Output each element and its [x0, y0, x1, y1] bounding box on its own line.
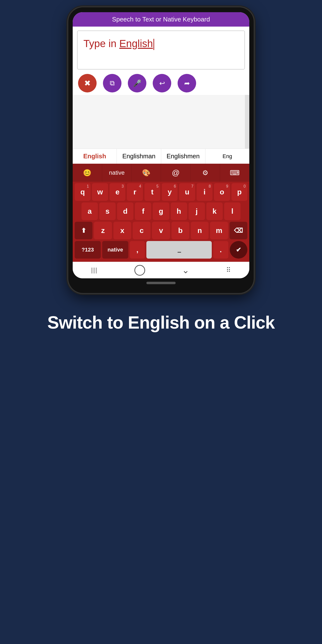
key-b[interactable]: b — [172, 222, 189, 239]
phone-wrapper: Speech to Text or Native Keyboard Type i… — [66, 7, 256, 293]
text-cursor — [154, 39, 154, 50]
top-bar: Speech to Text or Native Keyboard — [73, 12, 249, 26]
at-button[interactable]: @ — [161, 164, 190, 182]
keyboard-area: q1 w e3 r4 t5 y6 u7 i8 o9 p0 a s d f — [73, 182, 249, 262]
recents-nav-icon[interactable]: ⌄ — [182, 265, 189, 276]
key-o[interactable]: o9 — [214, 183, 230, 201]
suggestion-englishman[interactable]: Englishman — [117, 149, 161, 164]
palette-button[interactable]: 🎨 — [132, 164, 161, 182]
key-d[interactable]: d — [117, 202, 134, 220]
home-pill — [146, 282, 176, 284]
key-s[interactable]: s — [99, 202, 116, 220]
key-x[interactable]: x — [114, 222, 131, 239]
key-r[interactable]: r4 — [127, 183, 143, 201]
native-tab-button[interactable]: native — [102, 164, 132, 182]
keyboard-top-row: 😊 native 🎨 @ ⚙ ⌨ — [73, 164, 249, 182]
key-k[interactable]: k — [206, 202, 223, 220]
key-p[interactable]: p0 — [232, 183, 247, 201]
back-nav-icon[interactable]: ||| — [91, 266, 98, 274]
bottom-nav-bar: ||| ⌄ ⠿ — [73, 262, 249, 278]
period-key[interactable]: . — [213, 241, 228, 258]
key-i[interactable]: i8 — [196, 183, 212, 201]
phone-screen: Speech to Text or Native Keyboard Type i… — [73, 12, 249, 278]
key-w[interactable]: w — [92, 183, 108, 201]
key-j[interactable]: j — [188, 202, 205, 220]
num-mode-key[interactable]: ?123 — [75, 241, 101, 258]
native-key[interactable]: native — [102, 241, 128, 258]
text-input-content: Type in English — [84, 38, 238, 50]
grid-nav-icon[interactable]: ⠿ — [226, 266, 231, 274]
text-input-area[interactable]: Type in English — [77, 30, 245, 70]
top-bar-title: Speech to Text or Native Keyboard — [78, 16, 244, 23]
suggestions-bar: English Englishman Englishmen Eng — [73, 148, 249, 164]
key-h[interactable]: h — [171, 202, 187, 220]
keyboard-row-4: ?123 native , ⎯ . ✔ — [75, 241, 247, 258]
space-key[interactable]: ⎯ — [146, 241, 212, 258]
keyboard-switch-button[interactable]: ⌨ — [220, 164, 249, 182]
shift-key[interactable]: ⬆ — [75, 222, 92, 239]
key-v[interactable]: v — [152, 222, 170, 239]
key-f[interactable]: f — [135, 202, 151, 220]
home-button-area — [73, 278, 249, 286]
suggestion-english[interactable]: English — [73, 149, 117, 164]
key-n[interactable]: n — [191, 222, 208, 239]
language-highlight: English — [119, 38, 153, 49]
comma-key[interactable]: , — [130, 241, 145, 258]
key-c[interactable]: c — [133, 222, 150, 239]
bottom-text-section: Switch to English on a Click — [0, 293, 322, 333]
keyboard-row-2: a s d f g h j k l — [75, 202, 247, 220]
key-g[interactable]: g — [153, 202, 169, 220]
action-icons-row: ✖ ⧉ 🎤 ↩ ➦ — [73, 70, 249, 95]
key-t[interactable]: t5 — [144, 183, 160, 201]
backspace-key[interactable]: ⌫ — [230, 222, 247, 239]
keyboard-row-1: q1 w e3 r4 t5 y6 u7 i8 o9 p0 — [75, 183, 247, 201]
copy-button[interactable]: ⧉ — [103, 74, 122, 92]
spacer-area — [73, 95, 249, 148]
type-in-prefix: Type in — [84, 38, 119, 49]
key-u[interactable]: u7 — [179, 183, 195, 201]
emoji-button[interactable]: 😊 — [73, 164, 102, 182]
key-q[interactable]: q1 — [75, 183, 90, 201]
mic-button[interactable]: 🎤 — [128, 74, 146, 92]
scrollbar[interactable] — [245, 95, 249, 148]
share-button[interactable]: ➦ — [178, 74, 196, 92]
suggestion-englishmen[interactable]: Englishmen — [161, 149, 206, 164]
key-z[interactable]: z — [94, 222, 112, 239]
phone-frame: Speech to Text or Native Keyboard Type i… — [68, 7, 254, 293]
keyboard-row-3: ⬆ z x c v b n m ⌫ — [75, 222, 247, 239]
bottom-heading: Switch to English on a Click — [15, 312, 307, 333]
key-a[interactable]: a — [82, 202, 98, 220]
key-y[interactable]: y6 — [162, 183, 178, 201]
undo-button[interactable]: ↩ — [153, 74, 171, 92]
enter-key[interactable]: ✔ — [230, 241, 247, 258]
home-nav-icon[interactable] — [134, 265, 145, 276]
key-e[interactable]: e3 — [110, 183, 126, 201]
suggestion-eng[interactable]: Eng — [206, 149, 249, 164]
delete-button[interactable]: ✖ — [78, 74, 96, 92]
key-m[interactable]: m — [210, 222, 228, 239]
settings-button[interactable]: ⚙ — [190, 164, 220, 182]
key-l[interactable]: l — [224, 202, 240, 220]
